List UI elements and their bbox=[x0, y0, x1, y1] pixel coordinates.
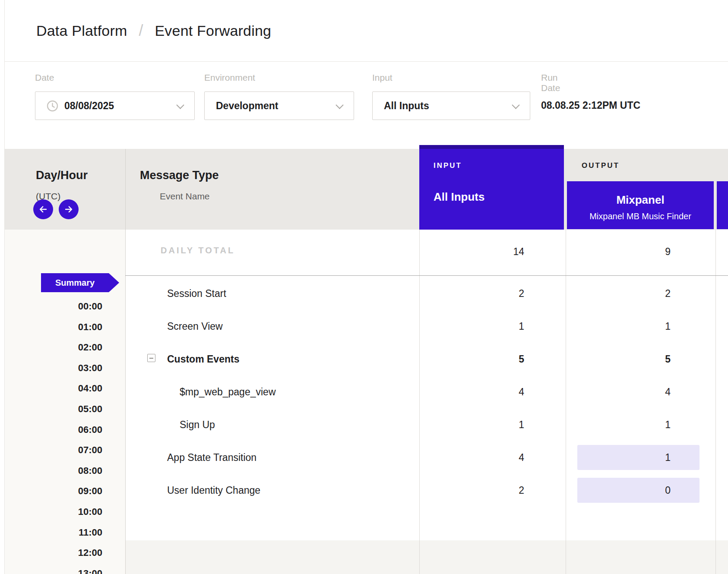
table-row: $mp_web_page_view 4 4 bbox=[125, 375, 728, 408]
input-count: 5 bbox=[419, 353, 545, 365]
arrow-left-icon bbox=[38, 204, 48, 214]
output-count: 1 bbox=[568, 419, 693, 431]
input-count: 2 bbox=[419, 485, 545, 496]
hour-label-04[interactable]: 04:00 bbox=[5, 383, 102, 394]
hour-label-06[interactable]: 06:00 bbox=[5, 424, 102, 435]
table-row: Sign Up 1 1 bbox=[125, 408, 728, 441]
hour-label-03[interactable]: 03:00 bbox=[5, 363, 102, 374]
run-date-label: Run Date bbox=[541, 73, 560, 93]
clock-icon bbox=[47, 100, 58, 112]
table-footer-area bbox=[125, 540, 728, 574]
chevron-down-icon bbox=[176, 101, 184, 109]
daily-total-row: DAILY TOTAL 14 9 bbox=[125, 230, 728, 276]
hour-label-07[interactable]: 07:00 bbox=[5, 445, 102, 456]
table-row-custom-events: Custom Events 5 5 bbox=[125, 343, 728, 375]
output-count: 5 bbox=[568, 353, 693, 365]
minus-square-icon[interactable] bbox=[147, 354, 155, 362]
event-label: Screen View bbox=[167, 321, 223, 332]
breadcrumb: Data Platform / Event Forwarding bbox=[5, 0, 728, 62]
hour-label-12[interactable]: 12:00 bbox=[5, 547, 102, 558]
hour-label-11[interactable]: 11:00 bbox=[5, 527, 102, 538]
message-type-column-subtitle: Event Name bbox=[160, 191, 210, 202]
date-value: 08/08/2025 bbox=[64, 100, 114, 112]
table-row: Session Start 2 2 bbox=[125, 277, 728, 310]
event-label: Custom Events bbox=[167, 353, 239, 365]
output-count: 1 bbox=[568, 321, 693, 332]
input-count: 2 bbox=[419, 288, 545, 300]
environment-filter-label: Environment bbox=[204, 73, 255, 83]
daily-total-output-value: 9 bbox=[568, 246, 693, 258]
output-column-header-mixpanel: Mixpanel Mixpanel MB Music Finder bbox=[567, 181, 714, 229]
breadcrumb-separator: / bbox=[139, 22, 143, 40]
hour-label-05[interactable]: 05:00 bbox=[5, 404, 102, 415]
input-column-header: INPUT All Inputs bbox=[419, 145, 564, 230]
input-column-name: All Inputs bbox=[434, 190, 484, 204]
hour-label-10[interactable]: 10:00 bbox=[5, 506, 102, 517]
chevron-down-icon bbox=[512, 101, 519, 109]
event-label: Sign Up bbox=[180, 419, 215, 431]
output-column-name: Mixpanel bbox=[567, 193, 714, 207]
environment-dropdown[interactable]: Development bbox=[204, 91, 354, 120]
previous-day-button[interactable] bbox=[33, 199, 53, 219]
hour-label-02[interactable]: 02:00 bbox=[5, 342, 102, 353]
table-row: App State Transition 4 1 bbox=[125, 441, 728, 474]
output-group-label: OUTPUT bbox=[582, 161, 620, 170]
output-count: 1 bbox=[568, 452, 693, 464]
chevron-down-icon bbox=[336, 101, 343, 109]
daily-total-label: DAILY TOTAL bbox=[161, 246, 235, 255]
input-value: All Inputs bbox=[384, 100, 429, 112]
arrow-right-icon bbox=[63, 204, 74, 214]
summary-badge[interactable]: Summary bbox=[41, 273, 109, 292]
input-count: 1 bbox=[419, 321, 545, 332]
output-count: 0 bbox=[568, 485, 693, 496]
environment-value: Development bbox=[216, 100, 278, 112]
input-count: 4 bbox=[419, 452, 545, 464]
output-count: 4 bbox=[568, 386, 693, 398]
event-label: User Identity Change bbox=[167, 485, 260, 496]
event-label: App State Transition bbox=[167, 452, 256, 464]
run-date-value: 08.08.25 2:12PM UTC bbox=[541, 100, 640, 111]
input-filter-label: Input bbox=[372, 73, 392, 83]
day-hour-column-title: Day/Hour bbox=[36, 169, 88, 182]
next-day-button[interactable] bbox=[59, 199, 79, 219]
message-type-column-title: Message Type bbox=[140, 169, 219, 182]
date-filter-label: Date bbox=[35, 73, 54, 83]
hour-label-01[interactable]: 01:00 bbox=[5, 322, 102, 333]
event-label: Session Start bbox=[167, 288, 226, 300]
date-dropdown[interactable]: 08/08/2025 bbox=[35, 91, 195, 120]
next-output-column-partial bbox=[717, 181, 728, 229]
output-column-subtitle: Mixpanel MB Music Finder bbox=[567, 211, 714, 221]
hour-label-09[interactable]: 09:00 bbox=[5, 486, 102, 497]
breadcrumb-current-page: Event Forwarding bbox=[155, 22, 271, 39]
output-count: 2 bbox=[568, 288, 693, 300]
hour-label-08[interactable]: 08:00 bbox=[5, 465, 102, 476]
input-group-label: INPUT bbox=[434, 161, 462, 170]
table-row: User Identity Change 2 0 bbox=[125, 474, 728, 507]
breadcrumb-link-data-platform[interactable]: Data Platform bbox=[36, 22, 127, 39]
hour-label-13[interactable]: 13:00 bbox=[5, 568, 102, 574]
table-row: Screen View 1 1 bbox=[125, 310, 728, 343]
event-label: $mp_web_page_view bbox=[180, 386, 276, 398]
input-count: 4 bbox=[419, 386, 545, 398]
filter-bar: Date 08/08/2025 Environment Development … bbox=[5, 62, 728, 149]
daily-total-input-value: 14 bbox=[419, 246, 545, 258]
input-dropdown[interactable]: All Inputs bbox=[372, 91, 530, 120]
event-forwarding-page: Data Platform / Event Forwarding Date 08… bbox=[0, 0, 728, 574]
hour-label-00[interactable]: 00:00 bbox=[5, 301, 102, 312]
input-count: 1 bbox=[419, 419, 545, 431]
